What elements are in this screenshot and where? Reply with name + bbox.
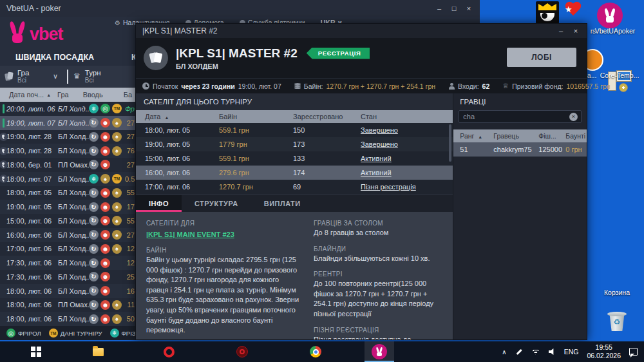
- tournament-row[interactable]: 17:30, лют. 06БЛ Холд...↻☻12: [0, 256, 137, 270]
- satellite-target-link[interactable]: |KPL S1| MAIN EVENT #23: [146, 231, 234, 238]
- satellite-table-header[interactable]: Дата ▲ Байін Зареєстровано Стан: [136, 110, 453, 123]
- vbet-poker-taskbar-icon[interactable]: [365, 341, 394, 362]
- nav-tab-0[interactable]: ШВИДКА ПОСАДКА: [15, 53, 94, 62]
- game-type: БЛ Холд...: [58, 175, 89, 183]
- red-app-taskbar-icon[interactable]: [229, 341, 255, 362]
- players-column-player[interactable]: Гравець: [493, 132, 538, 140]
- filter-турн[interactable]: ♛ТурнВсі: [68, 69, 135, 84]
- dialog-header: |KPL S1| MASTER #2 РЕЄСТРАЦІЯ БЛ ХОЛДЕМ …: [136, 38, 587, 78]
- dialog-minimize-button[interactable]: –: [556, 27, 565, 35]
- satellite-status-link[interactable]: Завершено: [361, 140, 453, 148]
- tournament-row[interactable]: 18:00, лют. 28БЛ Холд...↻☻♠76: [0, 144, 137, 158]
- satellite-status-link[interactable]: Активний: [361, 155, 453, 162]
- speaker-icon[interactable]: [549, 348, 556, 356]
- legend-item: TMДАНІ ТУРНІРУ: [49, 329, 102, 338]
- satellite-status-link[interactable]: Завершено: [361, 126, 453, 134]
- satellite-status-link[interactable]: Активний: [361, 169, 453, 176]
- opera-taskbar-icon[interactable]: [156, 341, 182, 362]
- start-time-segment: Початок через 23 години 19:00, лют. 07: [136, 82, 288, 90]
- dialog-close-button[interactable]: ×: [571, 27, 580, 35]
- tab-виплати[interactable]: ВИПЛАТИ: [251, 195, 314, 212]
- ggpoker-desktop-icon[interactable]: [536, 1, 559, 24]
- satellite-buyin: 559.1 грн: [219, 155, 293, 162]
- tournament-row[interactable]: 16:00, лют. 06БЛ Холд...↻☻♠27: [0, 228, 137, 242]
- tournament-row[interactable]: 19:00, лют. 05БЛ Холд...↻☻♠17: [0, 200, 137, 214]
- players-column-chips[interactable]: Фіш...: [538, 132, 565, 140]
- tournament-row[interactable]: 18:00, лют. 06ПЛ Омах...↻☻♠11: [0, 298, 137, 312]
- person-icon: [448, 83, 455, 90]
- tournament-table-header[interactable]: Дата поч... ▲ Гра Вводь Ба: [0, 88, 137, 102]
- satellite-status-link[interactable]: Пізня реєстрація: [361, 183, 453, 191]
- column-header-game[interactable]: Гра: [57, 91, 69, 99]
- minimize-button[interactable]: –: [435, 5, 444, 12]
- tournament-row[interactable]: 18:00, бер. 01ПЛ Омах...↻☻27: [0, 158, 137, 172]
- taskbar-clock[interactable]: 19:55 06.02.2026: [587, 343, 621, 360]
- tournament-row[interactable]: 19:00, лют. 28БЛ Холд...↻☻♠27: [0, 130, 137, 144]
- language-indicator[interactable]: ENG: [564, 348, 579, 356]
- filter-гра[interactable]: ГраВсі∨: [0, 69, 67, 84]
- recycle-bin-icon[interactable]: ♻: [606, 310, 628, 332]
- sat-column-date[interactable]: Дата ▲: [145, 113, 219, 120]
- satellite-row[interactable]: 16:00, лют. 06279.6 грн174Активний: [136, 166, 453, 180]
- dialog-window-title: |KPL S1| MASTER #2: [142, 26, 556, 35]
- tournament-row[interactable]: 18:00, лют. 06БЛ Холд...↻☻♠50: [0, 312, 137, 326]
- close-button[interactable]: ×: [464, 5, 473, 12]
- players-search: ×: [453, 110, 587, 127]
- pen-input-icon[interactable]: [515, 348, 523, 356]
- satellite-scrollbar[interactable]: [449, 124, 451, 162]
- tab-інфо[interactable]: ІНФО: [136, 195, 182, 212]
- tab-структура[interactable]: СТРУКТУРА: [182, 195, 251, 212]
- satellite-row[interactable]: 19:00, лют. 051779 грн173Завершено: [136, 137, 453, 151]
- info-section-body: Байін у цьому турнірі складає 2795.5 грн…: [146, 255, 301, 336]
- column-header-entry[interactable]: Вводь: [83, 91, 103, 99]
- players-column-rank[interactable]: Ранг ▲: [460, 132, 493, 140]
- player-row[interactable]: 51chakkrym751250000 грн: [453, 142, 587, 157]
- players-table-header[interactable]: Ранг ▲ Гравець Фіш... Баунті: [453, 129, 587, 142]
- start-button[interactable]: [23, 341, 49, 362]
- game-type: БЛ Холд...: [58, 259, 89, 267]
- clear-search-icon[interactable]: ×: [569, 113, 578, 121]
- sort-asc-icon: ▲: [164, 115, 169, 120]
- tournament-row[interactable]: 18:00, лют. 05БЛ Холд...↻☻♠55: [0, 186, 137, 200]
- vbet-logo[interactable]: vbet: [8, 21, 63, 44]
- tournament-row[interactable]: 17:30, лют. 06БЛ Холд...↻☻25: [0, 270, 137, 284]
- game-type: БЛ Холд...: [58, 119, 89, 127]
- tournament-row[interactable]: 17:00, лют. 06БЛ Холд...↻☻♠12: [0, 242, 137, 256]
- tournament-row[interactable]: 19:00, лют. 07БЛ Холд...↻☻♠27: [0, 116, 137, 130]
- maximize-button[interactable]: □: [450, 5, 459, 12]
- column-header-date[interactable]: Дата поч...: [9, 91, 44, 99]
- bounty-icon: ☻: [100, 216, 110, 225]
- cards-hand-icon: ♠: [100, 174, 110, 184]
- lobby-button[interactable]: ЛОБІ: [507, 48, 576, 67]
- satellite-date: 19:00, лют. 05: [145, 140, 219, 148]
- info-section-heading: САТЕЛІТИ ДЛЯ: [146, 220, 301, 227]
- vbetuapoker-desktop-icon[interactable]: [597, 3, 623, 28]
- chrome-taskbar-icon[interactable]: [303, 341, 328, 362]
- main-window-titlebar[interactable]: VbetUA - poker – □ ×: [0, 0, 480, 17]
- players-column-bounty[interactable]: Баунті: [565, 132, 587, 140]
- tournament-row[interactable]: 18:00, лют. 06БЛ Холд...↻☻16: [0, 284, 137, 298]
- satellite-row[interactable]: 15:00, лют. 06559.1 грн133Активний: [136, 151, 453, 166]
- system-tray: ∧ ENG 19:55 06.02.2026: [502, 341, 644, 362]
- game-type: ПЛ Омах...: [58, 161, 89, 169]
- satellite-list: 18:00, лют. 05559.1 грн150Завершено19:00…: [136, 123, 453, 194]
- sat-column-buyin[interactable]: Байін: [219, 113, 293, 120]
- sat-column-status[interactable]: Стан: [361, 113, 453, 120]
- tournament-row[interactable]: 15:00, лют. 06БЛ Холд...↻☻♠55: [0, 214, 137, 228]
- file-explorer-taskbar-icon[interactable]: [85, 341, 111, 362]
- dialog-titlebar[interactable]: |KPL S1| MASTER #2 – ×: [136, 24, 587, 38]
- filter-label: Гра: [17, 69, 29, 77]
- vbet-app-icon: [372, 344, 387, 359]
- tournament-row[interactable]: 18:00, лют. 07БЛ Холд...❄♠TM0.5: [0, 172, 137, 186]
- satellite-row[interactable]: 18:00, лют. 05559.1 грн150Завершено: [136, 123, 453, 137]
- tournament-row[interactable]: 20:00, лют. 06БЛ Холд...❄◎TMФр: [0, 102, 137, 116]
- sat-column-registered[interactable]: Зареєстровано: [293, 113, 361, 120]
- show-hidden-icons[interactable]: ∧: [502, 348, 506, 356]
- players-search-input[interactable]: [459, 110, 582, 123]
- satellite-row[interactable]: 17:00, лют. 061270.7 грн69Пізня реєстрац…: [136, 180, 453, 194]
- pin-icon: [0, 133, 8, 141]
- reentry-icon: ↻: [89, 272, 99, 281]
- column-header-buyin[interactable]: Ба: [124, 91, 132, 99]
- action-center-icon[interactable]: [629, 348, 638, 356]
- wifi-icon[interactable]: [531, 349, 540, 355]
